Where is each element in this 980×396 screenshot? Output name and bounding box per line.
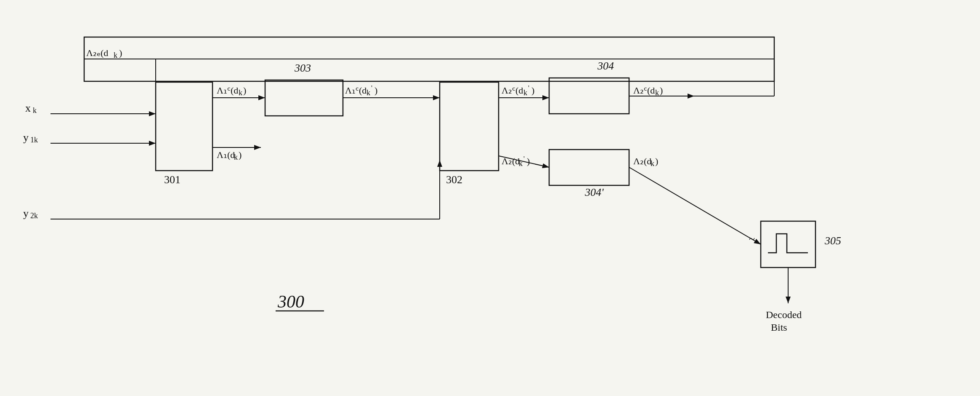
svg-text:Decoded: Decoded bbox=[766, 309, 802, 320]
svg-text:k: k bbox=[367, 88, 370, 97]
svg-text:k: k bbox=[655, 88, 659, 97]
svg-text:k: k bbox=[651, 159, 654, 168]
svg-text:): ) bbox=[119, 48, 122, 58]
svg-text:': ' bbox=[528, 84, 529, 91]
svg-text:303: 303 bbox=[294, 62, 311, 74]
svg-text:304: 304 bbox=[597, 60, 614, 72]
svg-text:): ) bbox=[531, 85, 534, 96]
svg-text:): ) bbox=[239, 150, 242, 160]
svg-text:304': 304' bbox=[584, 186, 604, 198]
svg-text:2k: 2k bbox=[30, 211, 38, 220]
svg-text:~: ~ bbox=[749, 233, 755, 245]
svg-text:Λ₂(d: Λ₂(d bbox=[502, 156, 520, 166]
svg-text:1k: 1k bbox=[30, 136, 38, 144]
svg-text:Λ₁ᶜ(d: Λ₁ᶜ(d bbox=[345, 85, 367, 96]
svg-text:k: k bbox=[519, 159, 523, 168]
svg-text:k: k bbox=[33, 106, 37, 115]
svg-text:': ' bbox=[523, 155, 525, 162]
svg-text:x: x bbox=[25, 102, 31, 114]
svg-text:Λ₁ᶜ(d: Λ₁ᶜ(d bbox=[217, 85, 238, 96]
svg-text:301: 301 bbox=[164, 174, 181, 186]
svg-text:Λ₂(d: Λ₂(d bbox=[633, 156, 651, 166]
svg-text:Bits: Bits bbox=[771, 322, 787, 333]
diagram-container: Λ₂ₑ(d k ) x k y 1k y 2k 301 Λ₁ᶜ(d k ) Λ₁… bbox=[0, 0, 980, 396]
svg-text:k: k bbox=[234, 153, 238, 161]
svg-text:y: y bbox=[23, 131, 29, 144]
svg-text:k: k bbox=[114, 51, 117, 59]
svg-text:302: 302 bbox=[446, 174, 462, 186]
svg-text:): ) bbox=[374, 85, 377, 96]
svg-text:k: k bbox=[239, 88, 242, 97]
svg-text:): ) bbox=[527, 156, 530, 166]
svg-text:Λ₂ᶜ(d: Λ₂ᶜ(d bbox=[502, 85, 523, 96]
svg-text:300: 300 bbox=[277, 292, 304, 311]
svg-text:y: y bbox=[23, 207, 29, 219]
svg-text:): ) bbox=[243, 85, 246, 96]
svg-text:k: k bbox=[523, 88, 527, 97]
svg-text:Λ₂ₑ(d: Λ₂ₑ(d bbox=[86, 48, 108, 58]
svg-text:Λ₁(d: Λ₁(d bbox=[217, 150, 235, 160]
svg-text:Λ₂ᶜ(d: Λ₂ᶜ(d bbox=[633, 85, 655, 96]
svg-text:): ) bbox=[655, 156, 658, 166]
circuit-diagram: Λ₂ₑ(d k ) x k y 1k y 2k 301 Λ₁ᶜ(d k ) Λ₁… bbox=[0, 0, 980, 396]
svg-text:): ) bbox=[660, 85, 663, 96]
svg-text:305: 305 bbox=[824, 235, 841, 247]
svg-text:': ' bbox=[371, 84, 372, 91]
